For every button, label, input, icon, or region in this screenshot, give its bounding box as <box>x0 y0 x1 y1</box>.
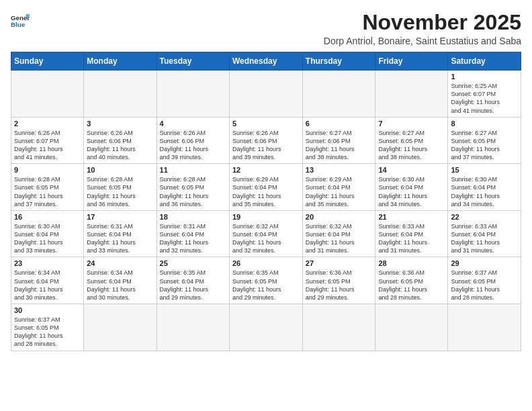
day-info: Sunrise: 6:30 AM Sunset: 6:04 PM Dayligh… <box>451 175 518 208</box>
calendar-cell: 27Sunrise: 6:36 AM Sunset: 6:05 PM Dayli… <box>302 257 375 304</box>
day-number: 15 <box>451 166 518 174</box>
calendar-cell: 25Sunrise: 6:35 AM Sunset: 6:04 PM Dayli… <box>157 257 229 304</box>
day-number: 22 <box>451 213 518 221</box>
day-info: Sunrise: 6:34 AM Sunset: 6:04 PM Dayligh… <box>14 269 81 302</box>
calendar-cell <box>84 71 157 118</box>
day-number: 14 <box>378 166 445 174</box>
day-info: Sunrise: 6:33 AM Sunset: 6:04 PM Dayligh… <box>378 222 445 255</box>
day-number: 30 <box>14 306 81 314</box>
day-info: Sunrise: 6:30 AM Sunset: 6:04 PM Dayligh… <box>378 175 445 208</box>
day-info: Sunrise: 6:26 AM Sunset: 6:06 PM Dayligh… <box>87 129 153 162</box>
day-number: 20 <box>306 213 373 221</box>
calendar-cell: 12Sunrise: 6:29 AM Sunset: 6:04 PM Dayli… <box>229 164 302 211</box>
week-row-4: 23Sunrise: 6:34 AM Sunset: 6:04 PM Dayli… <box>11 257 521 304</box>
weekday-header-monday: Monday <box>84 52 157 71</box>
day-number: 2 <box>14 120 81 128</box>
day-info: Sunrise: 6:34 AM Sunset: 6:04 PM Dayligh… <box>87 269 153 302</box>
day-info: Sunrise: 6:37 AM Sunset: 6:05 PM Dayligh… <box>451 269 518 302</box>
calendar-cell <box>84 304 157 351</box>
weekday-header-thursday: Thursday <box>302 52 375 71</box>
day-number: 24 <box>87 259 153 267</box>
day-number: 21 <box>378 213 445 221</box>
week-row-5: 30Sunrise: 6:37 AM Sunset: 6:05 PM Dayli… <box>11 304 521 351</box>
day-info: Sunrise: 6:28 AM Sunset: 6:05 PM Dayligh… <box>87 175 153 208</box>
weekday-header-friday: Friday <box>375 52 448 71</box>
calendar-cell: 28Sunrise: 6:36 AM Sunset: 6:05 PM Dayli… <box>375 257 448 304</box>
day-info: Sunrise: 6:25 AM Sunset: 6:07 PM Dayligh… <box>451 82 518 115</box>
calendar-cell <box>11 71 84 118</box>
calendar-cell: 22Sunrise: 6:33 AM Sunset: 6:04 PM Dayli… <box>448 210 521 257</box>
weekday-header-saturday: Saturday <box>448 52 521 71</box>
calendar-cell: 15Sunrise: 6:30 AM Sunset: 6:04 PM Dayli… <box>448 164 521 211</box>
day-number: 12 <box>232 166 300 174</box>
day-number: 17 <box>87 213 153 221</box>
day-number: 1 <box>451 73 518 81</box>
day-info: Sunrise: 6:27 AM Sunset: 6:05 PM Dayligh… <box>378 129 445 162</box>
logo-area: General Blue <box>11 11 30 30</box>
header: General Blue November 2025 Dorp Antriol,… <box>11 11 521 46</box>
day-info: Sunrise: 6:26 AM Sunset: 6:06 PM Dayligh… <box>160 129 226 162</box>
calendar-cell <box>229 71 302 118</box>
calendar-cell: 3Sunrise: 6:26 AM Sunset: 6:06 PM Daylig… <box>84 117 157 164</box>
day-number: 19 <box>232 213 300 221</box>
week-row-2: 9Sunrise: 6:28 AM Sunset: 6:05 PM Daylig… <box>11 164 521 211</box>
calendar-cell: 8Sunrise: 6:27 AM Sunset: 6:05 PM Daylig… <box>448 117 521 164</box>
day-info: Sunrise: 6:27 AM Sunset: 6:05 PM Dayligh… <box>451 129 518 162</box>
day-info: Sunrise: 6:29 AM Sunset: 6:04 PM Dayligh… <box>306 175 373 208</box>
svg-text:Blue: Blue <box>11 21 26 28</box>
day-number: 27 <box>306 259 373 267</box>
logo-icon: General Blue <box>11 11 30 30</box>
calendar-cell: 18Sunrise: 6:31 AM Sunset: 6:04 PM Dayli… <box>157 210 229 257</box>
calendar-cell <box>157 304 229 351</box>
day-number: 29 <box>451 259 518 267</box>
day-number: 7 <box>378 120 445 128</box>
week-row-0: 1Sunrise: 6:25 AM Sunset: 6:07 PM Daylig… <box>11 71 521 118</box>
day-info: Sunrise: 6:32 AM Sunset: 6:04 PM Dayligh… <box>232 222 300 255</box>
day-info: Sunrise: 6:30 AM Sunset: 6:04 PM Dayligh… <box>14 222 81 255</box>
calendar-cell: 14Sunrise: 6:30 AM Sunset: 6:04 PM Dayli… <box>375 164 448 211</box>
day-info: Sunrise: 6:26 AM Sunset: 6:07 PM Dayligh… <box>14 129 81 162</box>
weekday-header-tuesday: Tuesday <box>157 52 229 71</box>
day-number: 5 <box>232 120 300 128</box>
calendar-cell: 4Sunrise: 6:26 AM Sunset: 6:06 PM Daylig… <box>157 117 229 164</box>
logo: General Blue <box>11 11 30 30</box>
day-number: 9 <box>14 166 81 174</box>
calendar-cell: 19Sunrise: 6:32 AM Sunset: 6:04 PM Dayli… <box>229 210 302 257</box>
day-number: 4 <box>160 120 226 128</box>
calendar-cell: 29Sunrise: 6:37 AM Sunset: 6:05 PM Dayli… <box>448 257 521 304</box>
title-area: November 2025 Dorp Antriol, Bonaire, Sai… <box>324 11 521 46</box>
day-number: 3 <box>87 120 153 128</box>
calendar-cell: 20Sunrise: 6:32 AM Sunset: 6:04 PM Dayli… <box>302 210 375 257</box>
week-row-3: 16Sunrise: 6:30 AM Sunset: 6:04 PM Dayli… <box>11 210 521 257</box>
day-number: 26 <box>232 259 300 267</box>
day-info: Sunrise: 6:36 AM Sunset: 6:05 PM Dayligh… <box>378 269 445 302</box>
day-info: Sunrise: 6:31 AM Sunset: 6:04 PM Dayligh… <box>160 222 226 255</box>
weekday-header-sunday: Sunday <box>11 52 84 71</box>
weekday-header-wednesday: Wednesday <box>229 52 302 71</box>
day-info: Sunrise: 6:32 AM Sunset: 6:04 PM Dayligh… <box>306 222 373 255</box>
calendar-cell: 26Sunrise: 6:35 AM Sunset: 6:05 PM Dayli… <box>229 257 302 304</box>
calendar-cell: 7Sunrise: 6:27 AM Sunset: 6:05 PM Daylig… <box>375 117 448 164</box>
day-number: 6 <box>306 120 373 128</box>
day-number: 8 <box>451 120 518 128</box>
day-info: Sunrise: 6:36 AM Sunset: 6:05 PM Dayligh… <box>306 269 373 302</box>
day-info: Sunrise: 6:35 AM Sunset: 6:05 PM Dayligh… <box>232 269 300 302</box>
calendar-cell: 17Sunrise: 6:31 AM Sunset: 6:04 PM Dayli… <box>84 210 157 257</box>
day-number: 28 <box>378 259 445 267</box>
calendar-cell: 23Sunrise: 6:34 AM Sunset: 6:04 PM Dayli… <box>11 257 84 304</box>
calendar-cell <box>375 71 448 118</box>
month-title: November 2025 <box>324 11 521 34</box>
calendar-cell: 21Sunrise: 6:33 AM Sunset: 6:04 PM Dayli… <box>375 210 448 257</box>
calendar-cell <box>302 71 375 118</box>
day-number: 11 <box>160 166 226 174</box>
day-info: Sunrise: 6:29 AM Sunset: 6:04 PM Dayligh… <box>232 175 300 208</box>
day-info: Sunrise: 6:33 AM Sunset: 6:04 PM Dayligh… <box>451 222 518 255</box>
week-row-1: 2Sunrise: 6:26 AM Sunset: 6:07 PM Daylig… <box>11 117 521 164</box>
calendar-cell: 10Sunrise: 6:28 AM Sunset: 6:05 PM Dayli… <box>84 164 157 211</box>
calendar-cell: 13Sunrise: 6:29 AM Sunset: 6:04 PM Dayli… <box>302 164 375 211</box>
calendar-cell: 16Sunrise: 6:30 AM Sunset: 6:04 PM Dayli… <box>11 210 84 257</box>
day-number: 23 <box>14 259 81 267</box>
day-info: Sunrise: 6:31 AM Sunset: 6:04 PM Dayligh… <box>87 222 153 255</box>
calendar: SundayMondayTuesdayWednesdayThursdayFrid… <box>11 52 521 351</box>
location-title: Dorp Antriol, Bonaire, Saint Eustatius a… <box>324 36 521 46</box>
